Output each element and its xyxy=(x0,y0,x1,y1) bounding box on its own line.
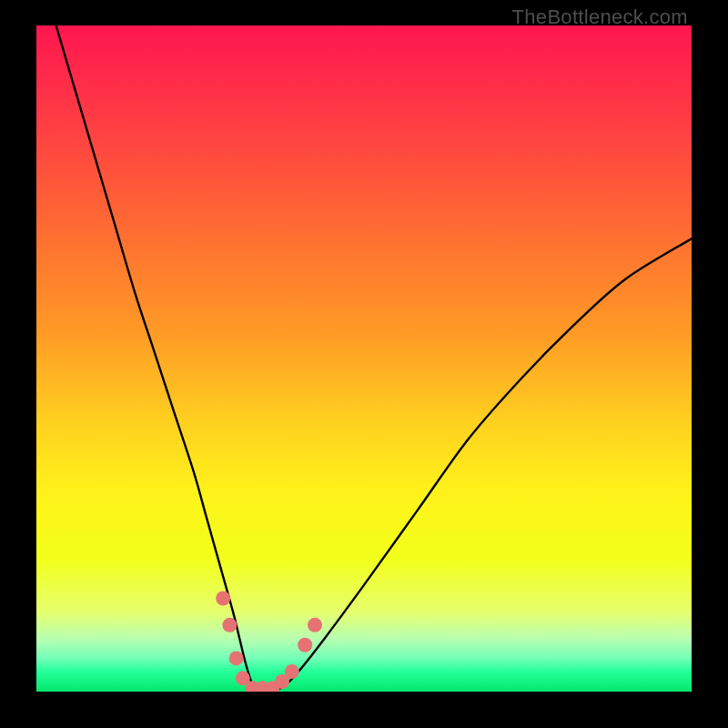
bottleneck-chart xyxy=(36,25,692,692)
highlight-point xyxy=(285,664,299,679)
highlight-point xyxy=(308,618,322,632)
highlight-point xyxy=(298,638,312,652)
highlight-point xyxy=(229,651,244,665)
chart-frame: TheBottleneck.com xyxy=(0,0,728,728)
plot-background xyxy=(36,25,692,692)
highlight-point xyxy=(222,618,237,632)
plot-area xyxy=(36,25,692,692)
highlight-point xyxy=(216,592,230,606)
